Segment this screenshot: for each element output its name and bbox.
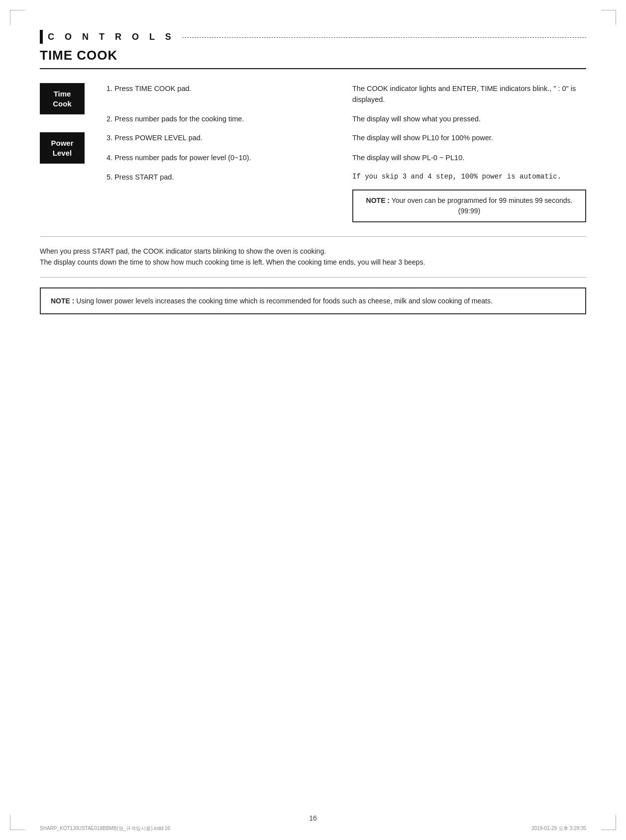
footer-meta-right: 2019-01-29 오후 3:29:35 [531, 825, 586, 832]
note-box: NOTE : Your oven can be programmed for 9… [352, 189, 586, 222]
step-1: 1. Press TIME COOK pad. [106, 79, 340, 98]
step-5: 5. Press START pad. [106, 168, 340, 187]
corner-mark-br [601, 815, 616, 830]
section-title: C O N T R O L S [48, 32, 175, 42]
power-level-pad: PowerLevel [40, 132, 85, 164]
corner-mark-bl [10, 815, 25, 830]
step-2: 2. Press number pads for the cooking tim… [106, 109, 340, 128]
desc-1: The COOK indicator lights and ENTER, TIM… [352, 79, 586, 109]
desc-3: The display will show PL10 for 100% powe… [352, 128, 586, 147]
section-header: C O N T R O L S [40, 30, 586, 44]
page-title: TIME COOK [40, 48, 586, 69]
step-3: 3. Press POWER LEVEL pad. [106, 128, 340, 147]
bottom-note-text-value: Using lower power levels increases the c… [76, 297, 493, 305]
step-4: 4. Press number pads for power level (0~… [106, 148, 340, 167]
power-level-button: PowerLevel [40, 128, 95, 168]
footer-line2: The display counts down the time to show… [40, 257, 586, 268]
time-cook-button: TimeCook [40, 79, 95, 118]
section-bar [40, 30, 43, 44]
footer-meta-left: SHARP_KOT1J0USTAE018BBMB(영_규격임시용).indd 1… [40, 825, 170, 832]
instructions-grid: TimeCook 1. Press TIME COOK pad. The COO… [40, 79, 586, 226]
desc-5-and-note: If you skip 3 and 4 step, 100% power is … [352, 168, 586, 226]
footer-line1: When you press START pad, the COOK indic… [40, 246, 586, 257]
section-divider [182, 37, 586, 38]
corner-mark-tr [601, 10, 616, 25]
page-container: C O N T R O L S TIME COOK TimeCook 1. Pr… [0, 0, 626, 840]
footer-text-area: When you press START pad, the COOK indic… [40, 237, 586, 278]
time-cook-pad: TimeCook [40, 83, 85, 114]
corner-mark-tl [10, 10, 25, 25]
bottom-note-label: NOTE : [51, 297, 74, 305]
instructions-area: TimeCook 1. Press TIME COOK pad. The COO… [40, 79, 586, 237]
bottom-note-content: NOTE : Using lower power levels increase… [51, 295, 493, 306]
desc-5-text: If you skip 3 and 4 step, 100% power is … [352, 172, 586, 183]
page-number: 16 [309, 814, 317, 822]
note-text-value: Your oven can be programmed for 99 minut… [392, 196, 573, 215]
note-label: NOTE : [366, 196, 390, 204]
desc-4: The display will show PL-0 ~ PL10. [352, 148, 586, 167]
desc-2: The display will show what you pressed. [352, 109, 586, 128]
bottom-note-box: NOTE : Using lower power levels increase… [40, 287, 586, 314]
